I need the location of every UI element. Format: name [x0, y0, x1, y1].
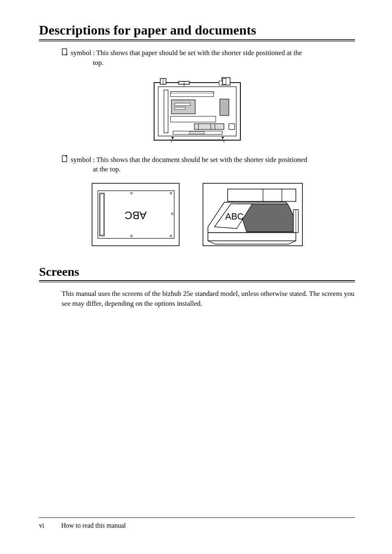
heading-rule-thick — [39, 39, 355, 40]
paper-orientation-icon — [62, 48, 68, 56]
svg-rect-22 — [229, 124, 235, 129]
figure-printer-tray — [39, 75, 355, 145]
svg-rect-39 — [208, 233, 296, 241]
document-orientation-icon — [62, 155, 68, 163]
svg-rect-18 — [194, 124, 224, 129]
svg-rect-14 — [175, 103, 190, 106]
page-body: Descriptions for paper and documents sym… — [0, 0, 392, 309]
svg-rect-13 — [171, 100, 195, 114]
footer-chapter: How to read this manual — [61, 522, 126, 529]
footer-rule — [39, 517, 355, 518]
adf-illustration: ABC — [90, 182, 181, 247]
scanner-illustration: ABC — [201, 182, 304, 247]
para-paper-text: symbol : This shows that paper should be… — [71, 48, 355, 58]
para-document-symbol: symbol : This shows that the document sh… — [62, 155, 355, 175]
para-paper-symbol: symbol : This shows that paper should be… — [62, 48, 355, 68]
svg-rect-9 — [219, 81, 222, 85]
figure-document-feeders: ABC ABC — [39, 182, 355, 247]
para-document-text: symbol : This shows that the document sh… — [71, 155, 355, 165]
heading2-rule-thick — [39, 280, 355, 281]
para-document-cont: at the top. — [93, 164, 355, 174]
footer-page-number: vi — [39, 522, 60, 529]
svg-rect-40 — [228, 189, 296, 201]
heading2-rule-thin — [39, 282, 355, 282]
svg-rect-11 — [171, 92, 214, 97]
heading-rule-thin — [39, 41, 355, 42]
svg-rect-8 — [223, 78, 226, 84]
page-footer: vi How to read this manual — [39, 517, 355, 529]
svg-rect-10 — [164, 90, 168, 133]
svg-rect-32 — [100, 194, 104, 235]
printer-tray-illustration — [150, 75, 244, 145]
scanner-label: ABC — [225, 211, 244, 222]
heading-screens: Screens — [39, 265, 355, 279]
adf-label: ABC — [125, 209, 146, 222]
svg-rect-15 — [175, 107, 185, 109]
para-screens: This manual uses the screens of the bizh… — [62, 289, 355, 309]
para-paper-cont: top. — [93, 58, 355, 68]
heading-descriptions: Descriptions for paper and documents — [39, 23, 355, 38]
svg-rect-16 — [171, 116, 216, 122]
svg-rect-24 — [189, 132, 204, 134]
svg-rect-17 — [220, 99, 229, 115]
